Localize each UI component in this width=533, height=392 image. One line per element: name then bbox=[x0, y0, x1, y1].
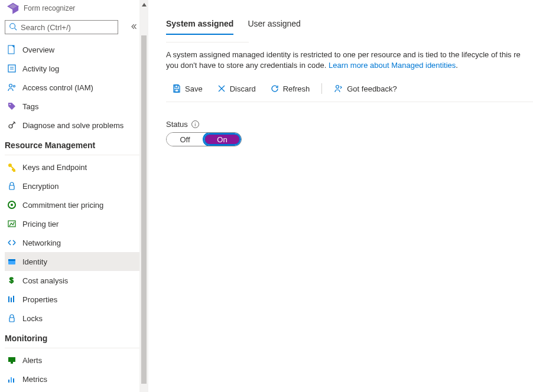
svg-rect-13 bbox=[9, 185, 14, 190]
service-header: Form recognizer bbox=[5, 0, 139, 18]
metrics-icon bbox=[7, 374, 17, 384]
description-line1: A system assigned managed identity is re… bbox=[166, 50, 521, 59]
activity-log-icon bbox=[7, 64, 17, 73]
refresh-button[interactable]: Refresh bbox=[264, 81, 316, 96]
discard-button[interactable]: Discard bbox=[211, 81, 262, 96]
sidebar-item-networking[interactable]: Networking bbox=[5, 233, 139, 252]
scroll-thumb[interactable] bbox=[141, 35, 147, 384]
tab-system-assigned[interactable]: System assigned bbox=[166, 12, 233, 34]
sidebar-item-alerts[interactable]: Alerts bbox=[5, 351, 139, 370]
lock-icon bbox=[7, 181, 17, 191]
sidebar-item-metrics[interactable]: Metrics bbox=[5, 370, 139, 388]
svg-rect-25 bbox=[8, 380, 9, 383]
sidebar-item-label: Locks bbox=[22, 314, 43, 323]
svg-rect-24 bbox=[8, 357, 15, 362]
form-recognizer-icon bbox=[7, 2, 19, 14]
sidebar-item-label: Pricing tier bbox=[22, 220, 58, 228]
learn-more-link[interactable]: Learn more about Managed identities bbox=[329, 61, 456, 70]
refresh-icon bbox=[270, 84, 280, 93]
svg-point-9 bbox=[14, 86, 15, 87]
lock-icon bbox=[7, 313, 17, 323]
feedback-button[interactable]: Got feedback? bbox=[328, 81, 403, 96]
sidebar-item-identity[interactable]: Identity bbox=[5, 252, 139, 271]
svg-rect-23 bbox=[9, 318, 14, 322]
sidebar-item-pricing-tier[interactable]: Pricing tier bbox=[5, 214, 139, 233]
sidebar-item-label: Keys and Endpoint bbox=[22, 163, 87, 172]
svg-text:$: $ bbox=[9, 276, 14, 285]
identity-icon bbox=[7, 257, 17, 266]
sidebar-item-properties[interactable]: Properties bbox=[5, 290, 139, 309]
toolbar-separator bbox=[321, 83, 322, 94]
diagnose-icon bbox=[7, 120, 17, 130]
identity-tabs: System assigned User assigned bbox=[166, 12, 533, 34]
tab-user-assigned[interactable]: User assigned bbox=[248, 12, 301, 34]
sidebar-item-cost-analysis[interactable]: $ Cost analysis bbox=[5, 271, 139, 290]
feedback-icon bbox=[334, 84, 343, 93]
access-control-icon bbox=[7, 83, 17, 92]
svg-rect-22 bbox=[13, 296, 14, 302]
search-icon bbox=[9, 22, 17, 32]
search-box[interactable] bbox=[5, 20, 118, 34]
status-section: Status i Off On bbox=[166, 120, 533, 146]
commitment-icon bbox=[7, 200, 17, 210]
status-toggle[interactable]: Off On bbox=[166, 132, 242, 146]
overview-icon bbox=[7, 45, 17, 54]
networking-icon bbox=[7, 238, 17, 247]
sidebar-item-activity-log[interactable]: Activity log bbox=[5, 59, 139, 78]
svg-point-15 bbox=[11, 204, 13, 206]
svg-rect-20 bbox=[8, 296, 9, 302]
identity-description: A system assigned managed identity is re… bbox=[166, 50, 533, 71]
section-title-monitoring: Monitoring bbox=[5, 328, 139, 347]
sidebar-item-label: Metrics bbox=[22, 375, 47, 384]
sidebar-item-label: Overview bbox=[22, 45, 54, 54]
save-label: Save bbox=[185, 84, 203, 93]
svg-rect-21 bbox=[11, 298, 12, 302]
sidebar-item-commitment-pricing[interactable]: Commitment tier pricing bbox=[5, 195, 139, 214]
feedback-label: Got feedback? bbox=[347, 84, 397, 93]
sidebar-item-label: Encryption bbox=[22, 182, 58, 191]
sidebar-item-encryption[interactable]: Encryption bbox=[5, 177, 139, 195]
sidebar-item-access-control[interactable]: Access control (IAM) bbox=[5, 78, 139, 97]
tab-underline bbox=[166, 42, 249, 43]
svg-rect-26 bbox=[11, 377, 12, 383]
collapse-sidebar-button[interactable] bbox=[128, 21, 139, 34]
divider bbox=[5, 348, 139, 348]
discard-label: Discard bbox=[230, 84, 256, 93]
divider bbox=[5, 155, 139, 155]
sidebar-item-tags[interactable]: Tags bbox=[5, 97, 139, 116]
svg-rect-28 bbox=[175, 85, 178, 87]
sidebar-item-label: Tags bbox=[22, 102, 38, 111]
svg-point-10 bbox=[9, 104, 11, 105]
save-button[interactable]: Save bbox=[166, 81, 209, 96]
pricing-icon bbox=[7, 219, 17, 228]
save-icon bbox=[172, 84, 181, 93]
description-suffix: . bbox=[456, 61, 458, 70]
sidebar-item-label: Networking bbox=[22, 239, 61, 247]
svg-rect-5 bbox=[8, 65, 15, 72]
sidebar-item-label: Alerts bbox=[22, 356, 42, 365]
sidebar-item-keys-endpoint[interactable]: Keys and Endpoint bbox=[5, 158, 139, 177]
tags-icon bbox=[7, 102, 17, 111]
search-input[interactable] bbox=[21, 23, 114, 32]
svg-rect-27 bbox=[13, 378, 14, 383]
svg-rect-18 bbox=[8, 259, 15, 261]
cost-icon: $ bbox=[7, 276, 17, 285]
sidebar-item-label: Cost analysis bbox=[22, 276, 68, 285]
sidebar-item-locks[interactable]: Locks bbox=[5, 309, 139, 328]
properties-icon bbox=[7, 295, 17, 304]
status-off-option[interactable]: Off bbox=[167, 133, 203, 146]
sidebar-item-diagnose[interactable]: Diagnose and solve problems bbox=[5, 116, 139, 135]
sidebar-scrollbar[interactable] bbox=[139, 0, 148, 392]
sidebar-item-overview[interactable]: Overview bbox=[5, 40, 139, 59]
scroll-up-icon[interactable] bbox=[139, 0, 148, 9]
svg-line-3 bbox=[15, 28, 17, 30]
refresh-label: Refresh bbox=[283, 84, 310, 93]
svg-point-32 bbox=[336, 86, 339, 89]
sidebar-item-label: Commitment tier pricing bbox=[22, 201, 103, 210]
sidebar: Form recognizer Overview Activity l bbox=[0, 0, 139, 392]
key-icon bbox=[7, 162, 17, 172]
info-icon[interactable]: i bbox=[191, 120, 199, 128]
status-on-option[interactable]: On bbox=[203, 133, 241, 146]
svg-point-8 bbox=[9, 84, 12, 87]
toolbar: Save Discard Refresh Got feedback? bbox=[166, 81, 533, 102]
